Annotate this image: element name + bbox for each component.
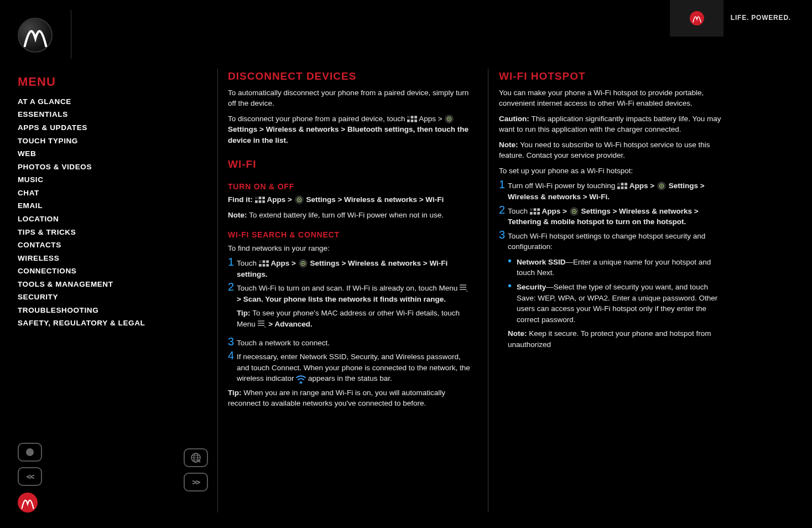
column-divider-1 — [217, 69, 218, 513]
motorola-footer-logo — [18, 493, 38, 513]
sidebar-item-touch-typing[interactable]: TOUCH TYPING — [18, 136, 200, 147]
wifi-icon — [296, 374, 306, 384]
sidebar-item-tips-tricks[interactable]: TIPS & TRICKS — [18, 227, 200, 238]
text: Tip: When you are in range and Wi-Fi is … — [228, 387, 471, 409]
heading-disconnect-devices: DISCONNECT DEVICES — [228, 69, 471, 84]
footer-right-controls: >> — [184, 448, 208, 491]
content-col-right: WI-FI HOTSPOT You can make your phone a … — [499, 69, 749, 358]
prev-page-button[interactable]: << — [18, 467, 42, 486]
sidebar-item-location[interactable]: LOCATION — [18, 214, 200, 225]
sidebar-item-contacts[interactable]: CONTACTS — [18, 240, 200, 251]
menu-items: AT A GLANCE ESSENTIALS APPS & UPDATES TO… — [18, 96, 200, 329]
sidebar-item-essentials[interactable]: ESSENTIALS — [18, 109, 200, 120]
text: Note: To extend battery life, turn off W… — [228, 210, 471, 221]
settings-gear-icon — [444, 114, 454, 124]
settings-gear-icon — [294, 195, 304, 205]
heading-wifi-hotspot: WI-FI HOTSPOT — [499, 69, 727, 84]
footer-left-controls: << — [18, 443, 42, 513]
menu-title: MENU — [18, 73, 200, 91]
heading-wifi-search-connect: WI-FI SEARCH & CONNECT — [228, 229, 471, 240]
text: Find it: Apps > Settings > Wireless & ne… — [228, 194, 471, 205]
text: Note: You need to subscribe to Wi-Fi hot… — [499, 139, 727, 161]
life-powered-text: LIFE. POWERED. — [731, 13, 791, 23]
settings-gear-icon — [569, 206, 579, 216]
sidebar-item-security[interactable]: SECURITY — [18, 292, 200, 303]
settings-gear-icon — [657, 181, 667, 191]
header-divider — [71, 10, 71, 59]
apps-grid-icon — [530, 208, 540, 215]
list-item: 1 Touch Apps > Settings > Wireless & net… — [228, 258, 471, 279]
text: To set up your phone as a Wi-Fi hotspot: — [499, 165, 727, 177]
apps-grid-icon — [255, 196, 265, 204]
text: To find networks in your range: — [228, 243, 471, 254]
sidebar-item-chat[interactable]: CHAT — [18, 188, 200, 199]
list-item: 4 If necessary, enter Network SSID, Secu… — [228, 351, 471, 384]
home-button[interactable] — [18, 443, 42, 462]
menu-icon — [258, 320, 267, 328]
sidebar-item-web[interactable]: WEB — [18, 148, 200, 159]
sidebar-item-connections[interactable]: CONNECTIONS — [18, 266, 200, 277]
sidebar-item-troubleshooting[interactable]: TROUBLESHOOTING — [18, 305, 200, 316]
sidebar-item-music[interactable]: MUSIC — [18, 174, 200, 185]
menu-icon — [460, 284, 469, 292]
heading-turn-on-off: TURN ON & OFF — [228, 181, 471, 192]
settings-gear-icon — [298, 258, 308, 268]
next-page-button[interactable]: >> — [184, 473, 208, 491]
column-divider-2 — [488, 69, 488, 513]
life-powered-badge — [670, 0, 723, 37]
apps-grid-icon — [407, 115, 417, 123]
sidebar-item-wireless[interactable]: WIRELESS — [18, 253, 200, 264]
sidebar: MENU AT A GLANCE ESSENTIALS APPS & UPDAT… — [18, 73, 200, 331]
sidebar-item-apps-updates[interactable]: APPS & UPDATES — [18, 122, 200, 133]
sidebar-item-photos-videos[interactable]: PHOTOS & VIDEOS — [18, 162, 200, 173]
content-col-left: DISCONNECT DEVICES To automatically disc… — [228, 69, 478, 413]
sidebar-item-email[interactable]: EMAIL — [18, 200, 200, 211]
sidebar-item-tools-mgmt[interactable]: TOOLS & MANAGEMENT — [18, 279, 200, 290]
sidebar-item-at-a-glance[interactable]: AT A GLANCE — [18, 96, 200, 107]
search-button[interactable] — [184, 448, 208, 467]
text: To automatically disconnect your phone f… — [228, 87, 471, 109]
list-item: 3Touch a network to connect. — [228, 338, 471, 349]
heading-wifi: WI-FI — [228, 157, 471, 172]
header: LIFE. POWERED. — [0, 0, 812, 58]
sidebar-item-safety-legal[interactable]: SAFETY, REGULATORY & LEGAL — [18, 318, 200, 329]
text: To disconnect your phone from a paired d… — [228, 113, 471, 146]
list-item: 3 Touch Wi-Fi hotspot settings to change… — [499, 231, 727, 355]
text: You can make your phone a Wi-Fi hotspot … — [499, 87, 727, 109]
text: Caution: This application significantly … — [499, 113, 727, 135]
list-item: 2 Touch Wi-Fi to turn on and scan. If Wi… — [228, 283, 471, 334]
apps-grid-icon — [617, 182, 627, 190]
apps-grid-icon — [259, 260, 269, 267]
logo — [18, 18, 53, 53]
list-item: 2 Touch Apps > Settings > Wireless & net… — [499, 206, 727, 227]
list-item: 1 Turn off Wi-Fi power by touching Apps … — [499, 180, 727, 202]
